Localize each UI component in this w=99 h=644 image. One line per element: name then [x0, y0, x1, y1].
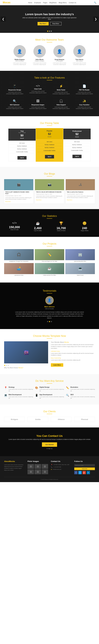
contact-cta-button[interactable]: Get Started — [42, 442, 57, 447]
blog-desc-1: Lorem ipsum dolor sit amet consectetur a… — [5, 197, 32, 200]
twitter-icon[interactable]: t — [78, 471, 82, 474]
project-item-5[interactable]: ☕ — [35, 263, 64, 274]
pricing-feature-pro-2: MySQL Database — [65, 143, 90, 146]
stat-label-2: Cup Of Coffee — [27, 230, 48, 231]
hero-read-more-button[interactable]: Read More — [50, 22, 61, 26]
footer-col-contact: Contact Us 📍 123 Main Street, New York, … — [51, 460, 72, 474]
footer-subscribe-button[interactable]: Subscribe — [74, 468, 95, 470]
flickr-img-2[interactable]: 🖼 — [34, 464, 41, 469]
hero-buy-button[interactable]: Buy Now ! — [38, 22, 49, 26]
footer-col-flickr: Flickr Images 🖼 🖼 🖼 🖼 🖼 🖼 — [27, 460, 48, 474]
project-item-4[interactable]: 🛋️ — [4, 263, 34, 274]
testimonials-section-title: Testimonials — [8, 290, 91, 292]
nav-contact[interactable]: Contact Us — [69, 2, 76, 4]
hero-dot-1[interactable] — [47, 31, 48, 32]
flickr-img-5[interactable]: 🖼 — [34, 470, 41, 474]
feature-title-4: PDF File Reader — [75, 89, 94, 91]
feature-title-1: Responsive Design — [5, 89, 24, 91]
service-title-illustration: Illustration — [70, 386, 95, 388]
services-section-title: Do You Want Any Service — [4, 380, 95, 382]
blog-desc-2: Lorem ipsum dolor sit amet consectetur a… — [36, 195, 63, 198]
stats-divider — [47, 218, 52, 218]
flickr-img-3[interactable]: 🖼 — [42, 464, 48, 469]
choose-learn-more-button[interactable]: Learn More — [51, 363, 63, 367]
nav-blog[interactable]: Blog/News — [49, 2, 57, 4]
nav-mega-menu[interactable]: Mega Menu — [59, 2, 67, 4]
pricing-feature-popular-2: MySQL Database — [37, 143, 62, 146]
feature-desc-2: Lorem ipsum dolor sit amet consectetur a… — [29, 90, 47, 94]
feature-item-2: </> Clean Code Lorem ipsum dolor sit ame… — [27, 83, 49, 96]
services-grid: 📍 Strategy Lorem ipsum dolor sit amet co… — [4, 386, 95, 399]
hero-arrow-left[interactable]: ❮ — [1, 16, 6, 22]
feature-desc-8: Lorem ipsum dolor sit amet consectetur a… — [75, 106, 94, 109]
nav-home[interactable]: Home — [28, 2, 32, 4]
service-item-digital-design: 🎨 Digital Design Lorem ipsum dolor sit a… — [35, 386, 64, 392]
nav-employee[interactable]: Employee — [34, 2, 41, 4]
contact-cta-section: You Can Contact Us Lorem ipsum dolor sit… — [0, 428, 99, 456]
project-cell-5: ☕ Coffee and And The Office — [35, 263, 64, 276]
team-name-2: John Music — [31, 59, 49, 60]
search-icon[interactable]: 🔍 — [94, 2, 96, 4]
pricing-btn-professional[interactable]: Get It — [73, 155, 82, 158]
video-support-icon: 🎧 — [52, 99, 70, 103]
facebook-icon[interactable]: f — [74, 471, 78, 474]
service-desc-web-dev: Lorem ipsum dolor sit amet consectetur a… — [8, 396, 33, 399]
better-faster-icon: ⚡ — [52, 84, 70, 88]
project-item-1[interactable]: 🎧 — [4, 249, 34, 260]
choose-grid: 🌆 Why You Must Choose Mocka? Your Wonder… — [4, 341, 95, 368]
hero-section: ❮ Lorem Ipsum has been the industry's wh… — [0, 5, 99, 33]
stats-grid: </> 150,000 Clean Of Code ☕ 2,460 Cup Of… — [4, 222, 95, 231]
pdf-reader-icon: 📄 — [75, 84, 94, 88]
footer-email-input[interactable] — [74, 464, 95, 467]
hero-dot-2[interactable] — [49, 31, 50, 32]
service-item-strategy: 📍 Strategy Lorem ipsum dolor sit amet co… — [4, 386, 33, 392]
blog-card-3: 🏞 Take a Look at Our Features Posted by … — [66, 179, 95, 204]
project-cell-2: ✏️ Pens and Papers On The Table — [35, 249, 64, 262]
choose-dot-1[interactable] — [4, 365, 5, 366]
choose-dot-3[interactable] — [8, 365, 9, 366]
pricing-btn-popular[interactable]: Get It — [45, 155, 54, 158]
flickr-img-6[interactable]: 🖼 — [42, 470, 48, 474]
hero-arrow-right[interactable]: ❯ — [93, 16, 98, 22]
trophy-icon: 🏆 — [51, 222, 72, 225]
blog-read-more-1[interactable]: Read More — [5, 201, 11, 202]
choose-right-label: Your Wonder About Mocka — [51, 341, 95, 343]
pricing-feature-pro-1: 600 Users — [65, 140, 90, 143]
blog-read-more-2[interactable]: Read More — [36, 199, 42, 200]
pricing-header-popular: Popular $2 /Month — [36, 128, 63, 139]
choose-highlight-2: Unlimited Colors — [51, 350, 95, 352]
project-item-6[interactable]: 💻 — [65, 263, 95, 274]
header: Mocas Home Employee Pages Blog/News Mega… — [0, 0, 99, 5]
service-content-seo: SEO Lorem ipsum dolor sit amet consectet… — [70, 394, 95, 399]
coffee-icon: ☕ — [27, 222, 48, 225]
testimonial-dot-1[interactable] — [47, 321, 48, 322]
team-role-4: SEO Expert — [71, 60, 89, 62]
hero-dot-3[interactable] — [51, 31, 52, 32]
choose-dot-2[interactable] — [6, 365, 7, 366]
feature-title-7: Video Support — [52, 104, 70, 106]
team-role-3: UX Designer — [51, 60, 69, 62]
team-grid: 👤 Robin Espace Web Developer Lorem ipsum… — [4, 45, 95, 65]
blog-title-2: THIS IS A BLOG WITH MEDIUM STANDARD — [36, 191, 63, 193]
flickr-img-1[interactable]: 🖼 — [27, 464, 34, 469]
pricing-btn-trial[interactable]: Get It — [17, 156, 26, 160]
team-card-4: 👤 Tom Harris SEO Expert Lorem ipsum dolo… — [71, 45, 89, 65]
linkedin-icon[interactable]: in — [87, 471, 90, 474]
project-item-3[interactable]: 🏢 — [65, 249, 95, 260]
nav-pages[interactable]: Pages — [43, 2, 47, 4]
project-label-4: Upholstered Sofas — [4, 275, 34, 276]
address-icon: 📍 — [51, 464, 53, 466]
project-item-2[interactable]: ✏️ — [35, 249, 64, 260]
service-content-web-dev: Web Development Lorem ipsum dolor sit am… — [8, 394, 33, 399]
choose-right-text1: Lorem ipsum dolor sit amet consectetur a… — [51, 344, 95, 350]
footer: AboutMocka Lorem ipsum dolor sit amet co… — [0, 456, 99, 482]
testimonial-dot-3[interactable] — [51, 321, 52, 322]
google-plus-icon[interactable]: g+ — [83, 471, 86, 474]
logo[interactable]: Mocas — [3, 1, 10, 4]
stat-number-3: 16,700 — [51, 226, 72, 230]
flickr-img-4[interactable]: 🖼 — [27, 470, 34, 474]
blog-read-more-3[interactable]: Read More — [67, 199, 72, 200]
testimonial-dot-2[interactable] — [49, 321, 50, 322]
pricing-plan-name-trial: Trial — [10, 130, 34, 132]
blog-image-3: 🏞 — [66, 179, 95, 190]
